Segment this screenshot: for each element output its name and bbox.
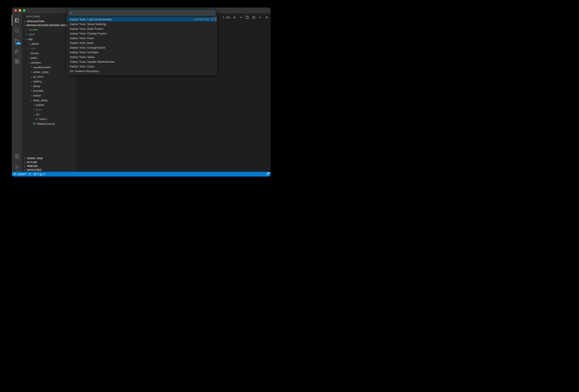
trash-icon <box>252 15 256 19</box>
chevron-right-icon: › <box>27 42 31 45</box>
tree-item-label: CMakeLists.txt <box>37 122 55 125</box>
activity-settings[interactable] <box>12 161 22 172</box>
activity-accounts[interactable] <box>12 151 22 161</box>
tree-item-label: active_sleep <box>33 70 49 74</box>
notification-dot <box>268 172 269 173</box>
chevron-down-icon: ⌄ <box>30 99 33 102</box>
command-palette-item[interactable]: Zephyr Tools: Update Dependencies <box>67 59 217 64</box>
tree-item[interactable]: ⌄src <box>22 112 76 117</box>
tree-item[interactable]: ›bme280 <box>22 88 76 93</box>
section-todos[interactable]: › TODOS: TREE <box>22 157 76 160</box>
split-terminal-button[interactable] <box>245 15 249 19</box>
tree-item[interactable]: ›button <box>22 93 76 98</box>
close-panel-button[interactable] <box>265 15 269 19</box>
command-palette: Zephyr Tools: Load via Bootloaderrecentl… <box>67 8 217 75</box>
tree-item[interactable]: ›blinky <box>22 84 76 88</box>
chevron-right-icon: › <box>27 47 31 50</box>
chevron-right-icon: › <box>25 28 28 31</box>
activity-search[interactable] <box>12 25 22 36</box>
chevron-right-icon: › <box>32 103 36 106</box>
error-icon <box>33 173 36 176</box>
gear-icon[interactable] <box>211 17 214 21</box>
status-sync[interactable] <box>28 173 31 176</box>
command-palette-item[interactable]: Zephyr Tools: Flash <box>67 36 217 40</box>
tree-item[interactable]: ⌄deep_sleep <box>22 98 76 102</box>
chevron-right-icon: › <box>30 66 33 69</box>
command-label: Zephyr Tools: Change Project <box>70 32 106 35</box>
tree-item[interactable]: Cmain.c <box>22 117 76 121</box>
command-palette-item[interactable]: Git: Initialize Repository <box>67 69 217 74</box>
maximize-panel-button[interactable] <box>258 15 262 19</box>
command-palette-item[interactable]: Zephyr Tools: Init Repo <box>67 50 217 55</box>
tree-item[interactable]: ›at_client <box>22 74 76 79</box>
terminal-shell-tab[interactable]: fish <box>222 16 230 19</box>
tree-item-label: .out <box>31 47 35 50</box>
command-label: Zephyr Tools: Setup Newtmgr <box>70 22 106 26</box>
command-palette-item[interactable]: Zephyr Tools: Change Board <box>67 45 217 50</box>
search-icon <box>14 28 19 33</box>
tree-item[interactable]: ›battery <box>22 79 76 84</box>
section-outline[interactable]: › OUTLINE <box>22 160 76 164</box>
tree-item-label: blinky <box>33 84 40 88</box>
kill-terminal-button[interactable] <box>252 15 256 19</box>
chevron-up-icon <box>258 15 262 19</box>
tree-item-label: app <box>28 37 33 41</box>
status-branch[interactable]: master* <box>13 173 26 176</box>
activity-explorer[interactable] <box>12 15 22 25</box>
command-palette-item[interactable]: Zephyr Tools: Load via Bootloaderrecentl… <box>67 17 217 22</box>
command-palette-item[interactable]: Zephyr Tools: Build <box>67 40 217 45</box>
status-bar: master* 0 0 <box>12 172 271 176</box>
activity-source-control[interactable]: 10K <box>12 36 22 46</box>
command-palette-list: Zephyr Tools: Load via Bootloaderrecentl… <box>67 17 217 75</box>
tree-item[interactable]: MCMakeLists.txt <box>22 121 76 126</box>
section-timeline[interactable]: › TIMELINE <box>22 164 76 168</box>
terminal-icon <box>222 16 225 19</box>
plus-icon <box>233 15 236 19</box>
command-label: Zephyr Tools: Clean <box>70 65 94 68</box>
chevron-down-icon: ⌄ <box>25 37 28 40</box>
command-label: Zephyr Tools: Update Dependencies <box>70 60 115 63</box>
scm-badge: 10K <box>16 42 21 45</box>
chevron-right-icon: › <box>30 94 33 97</box>
command-palette-item[interactable]: Zephyr Tools: Setup Newtmgr <box>67 22 217 26</box>
recently-used-hint: recently used <box>194 18 211 21</box>
chevron-right-icon: › <box>30 70 33 74</box>
svg-rect-9 <box>17 62 19 63</box>
split-icon <box>245 15 249 19</box>
command-palette-item[interactable]: Zephyr Tools: Clean <box>67 64 217 69</box>
command-label: Zephyr Tools: Init Repo <box>70 51 98 54</box>
scrollbar-thumb[interactable] <box>215 17 217 22</box>
command-palette-input[interactable] <box>69 10 215 16</box>
close-icon <box>265 15 269 19</box>
status-notifications[interactable] <box>266 173 269 176</box>
tree-item-label: button <box>33 94 41 97</box>
section-devicetree[interactable]: › DEVICETREE <box>22 168 76 172</box>
new-terminal-button[interactable] <box>233 15 236 19</box>
status-problems[interactable]: 0 0 <box>33 173 45 176</box>
svg-marker-5 <box>16 50 18 53</box>
chevron-right-icon: › <box>27 52 31 55</box>
account-icon <box>14 154 19 159</box>
chevron-down-icon: ⌄ <box>23 24 26 27</box>
activity-run-debug[interactable] <box>12 46 22 56</box>
files-icon <box>14 18 19 23</box>
svg-rect-7 <box>15 60 17 61</box>
command-palette-item[interactable]: Zephyr Tools: Build Pristine <box>67 26 217 31</box>
chevron-right-icon: › <box>30 80 33 83</box>
svg-point-12 <box>16 155 17 157</box>
terminal-dropdown-button[interactable] <box>239 15 243 19</box>
tree-item-label: main.c <box>39 117 47 121</box>
tree-item[interactable]: ›build <box>22 107 76 112</box>
tree-item[interactable]: ›boards <box>22 102 76 107</box>
svg-point-23 <box>14 175 14 175</box>
command-label: Zephyr Tools: Setup <box>70 55 94 59</box>
command-label: Zephyr Tools: Change Board <box>70 46 105 49</box>
chevron-right-icon: › <box>23 164 26 167</box>
file-type-icon: C <box>35 117 38 120</box>
command-label: Zephyr Tools: Flash <box>70 37 94 40</box>
command-palette-item[interactable]: Zephyr Tools: Change Project <box>67 31 217 36</box>
command-palette-item[interactable]: Zephyr Tools: Setup <box>67 55 217 59</box>
chevron-down-icon: ⌄ <box>32 113 36 116</box>
activity-extensions[interactable] <box>12 56 22 67</box>
svg-point-2 <box>15 39 16 40</box>
